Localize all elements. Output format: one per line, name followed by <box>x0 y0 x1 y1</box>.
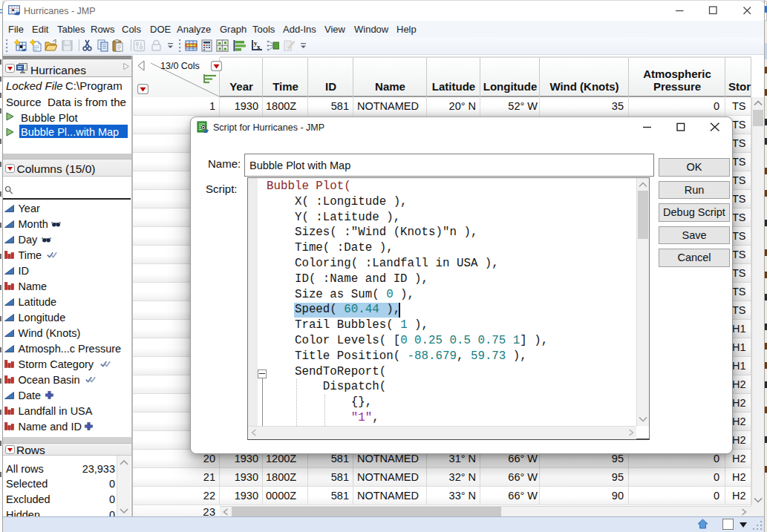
svg-text:x: x <box>257 43 261 50</box>
